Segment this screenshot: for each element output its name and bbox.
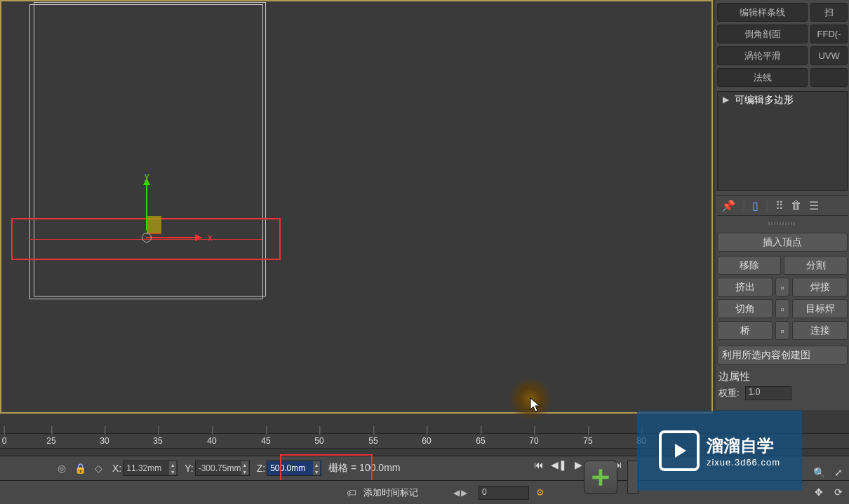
- insert-vertex-button[interactable]: 插入顶点: [717, 233, 848, 252]
- gizmo-origin-icon[interactable]: [142, 233, 152, 243]
- tick-65: 65: [476, 436, 485, 446]
- gizmo-y-label: y: [145, 170, 149, 181]
- coord-y-label: Y:: [185, 463, 193, 474]
- bridge-settings-button[interactable]: ▫: [775, 321, 789, 340]
- coord-x-value: 11.32mm: [126, 463, 161, 473]
- tick-0: 0: [2, 436, 7, 446]
- modifier-sweep-button[interactable]: 扫: [810, 3, 848, 22]
- coord-z-label: Z:: [257, 463, 265, 474]
- viewport[interactable]: y x: [0, 0, 713, 414]
- tick-25: 25: [46, 436, 55, 446]
- weight-label: 权重:: [718, 387, 740, 400]
- viewport-area: y x: [0, 0, 714, 414]
- prev-frame-button[interactable]: ◀❚: [551, 459, 566, 470]
- make-unique-icon[interactable]: ⠿: [775, 199, 784, 212]
- modifier-ffd-button[interactable]: FFD(-: [810, 25, 848, 43]
- edge-properties-label: 边属性: [718, 370, 848, 383]
- command-panel: 编辑样条线 扫 倒角剖面 FFD(- 涡轮平滑 UVW 法线 ▶ 可编辑多边形 …: [716, 0, 849, 410]
- modifier-normal-button[interactable]: 法线: [717, 68, 808, 87]
- modifier-turbosmooth-button[interactable]: 涡轮平滑: [717, 46, 808, 65]
- weight-field[interactable]: 1.0: [745, 386, 791, 400]
- current-frame-value: 0: [479, 487, 487, 497]
- lock-icon[interactable]: 🔒: [73, 461, 87, 475]
- selection-lock-icon[interactable]: ◎: [55, 461, 69, 475]
- gizmo-y-axis[interactable]: [146, 181, 147, 230]
- split-button[interactable]: 分割: [784, 256, 848, 275]
- bridge-button[interactable]: 桥: [717, 321, 773, 340]
- coord-z: Z: 500.0mm ▲▼: [254, 461, 321, 476]
- chamfer-settings-button[interactable]: ▫: [775, 299, 789, 318]
- box-back-edge-bottom: [34, 296, 266, 297]
- show-end-result-icon[interactable]: ▯: [752, 199, 758, 212]
- rollout-grip[interactable]: [716, 220, 849, 227]
- delete-icon[interactable]: 🗑: [791, 199, 802, 212]
- modifier-bevel-profile-button[interactable]: 倒角剖面: [717, 25, 808, 43]
- grid-text: 栅格 = 100.0mm: [328, 462, 400, 475]
- transform-type-in-icon[interactable]: ◇: [91, 461, 105, 475]
- tick-35: 35: [153, 436, 162, 446]
- tag-icon[interactable]: 🏷: [347, 487, 356, 498]
- pan-icon[interactable]: ✥: [811, 484, 827, 500]
- coord-x-spinner[interactable]: ▲▼: [169, 461, 176, 475]
- add-time-tag-label[interactable]: 添加时间标记: [363, 486, 418, 499]
- zoom-all-icon[interactable]: ⤢: [831, 465, 846, 480]
- tick-75: 75: [583, 436, 592, 446]
- modifier-empty-button[interactable]: [810, 68, 848, 87]
- box-front-edge-top: [29, 4, 262, 5]
- goto-start-button[interactable]: ⏮: [532, 459, 546, 470]
- tick-40: 40: [207, 436, 216, 446]
- modifier-edit-spline-button[interactable]: 编辑样条线: [717, 3, 808, 22]
- orbit-icon[interactable]: ⟳: [831, 484, 846, 500]
- create-shape-from-selection-button[interactable]: 利用所选内容创建图: [717, 346, 848, 365]
- configure-icon[interactable]: ☰: [809, 199, 819, 212]
- watermark-overlay: 溜溜自学 zixue.3d66.com: [637, 411, 802, 491]
- coord-x-field[interactable]: 11.32mm ▲▼: [123, 461, 178, 476]
- tick-30: 30: [100, 436, 109, 446]
- remove-button[interactable]: 移除: [717, 256, 781, 275]
- play-button[interactable]: ▶: [571, 459, 585, 470]
- coord-y-spinner[interactable]: ▲▼: [241, 461, 248, 475]
- stack-tool-row: 📌 | ▯ | ⠿ 🗑 ☰: [717, 195, 848, 216]
- weld-button[interactable]: 焊接: [792, 278, 848, 297]
- pin-icon[interactable]: 📌: [721, 199, 735, 212]
- zoom-icon[interactable]: 🔍: [811, 465, 827, 480]
- coord-z-value: 500.0mm: [270, 463, 305, 473]
- key-step-arrows[interactable]: ◀▶: [453, 488, 467, 498]
- watermark-url: zixue.3d66.com: [707, 457, 780, 468]
- edge-ops-grid: 移除 分割 挤出 ▫ 焊接 切角 ▫ 目标焊 桥 ▫ 连接: [717, 256, 848, 340]
- viewport-nav-icons: 🔍 ⤢ ✥ ⟳: [811, 465, 846, 500]
- gizmo-xy-plane[interactable]: [147, 216, 161, 234]
- coord-z-field[interactable]: 500.0mm ▲▼: [267, 461, 321, 476]
- watermark-title: 溜溜自学: [707, 435, 780, 457]
- coord-y: Y: -300.75mm ▲▼: [182, 461, 249, 476]
- coord-x: X: 11.32mm ▲▼: [109, 461, 178, 476]
- target-weld-button[interactable]: 目标焊: [792, 299, 848, 318]
- modifier-stack[interactable]: ▶ 可编辑多边形: [717, 91, 848, 191]
- chamfer-button[interactable]: 切角: [717, 299, 773, 318]
- current-frame-field[interactable]: 0: [479, 486, 529, 500]
- coord-y-field[interactable]: -300.75mm ▲▼: [195, 461, 250, 476]
- gizmo-x-arrow-icon: [195, 234, 202, 241]
- extrude-settings-button[interactable]: ▫: [775, 278, 789, 297]
- connect-button[interactable]: 连接: [792, 321, 848, 340]
- time-config-icon[interactable]: ⚙: [536, 487, 544, 498]
- gizmo-x-axis[interactable]: [146, 237, 202, 238]
- gizmo-x-label: x: [208, 232, 213, 243]
- tick-50: 50: [314, 436, 323, 446]
- modifier-uvw-button[interactable]: UVW: [810, 46, 848, 65]
- coord-x-label: X:: [112, 463, 121, 474]
- extrude-button[interactable]: 挤出: [717, 278, 773, 297]
- tick-45: 45: [261, 436, 270, 446]
- tick-55: 55: [368, 436, 377, 446]
- box-back-edge-top: [34, 2, 266, 3]
- plus-icon: [591, 468, 610, 487]
- box-front-edge-bottom: [29, 299, 262, 299]
- coord-z-spinner[interactable]: ▲▼: [313, 461, 320, 475]
- tick-70: 70: [529, 436, 538, 446]
- stack-expand-icon[interactable]: ▶: [721, 95, 730, 104]
- coord-y-value: -300.75mm: [199, 463, 241, 473]
- svg-rect-1: [592, 476, 608, 479]
- watermark-play-icon: [659, 430, 700, 471]
- stack-entry-editable-poly[interactable]: 可编辑多边形: [735, 94, 794, 107]
- add-keyframe-button[interactable]: [584, 461, 617, 494]
